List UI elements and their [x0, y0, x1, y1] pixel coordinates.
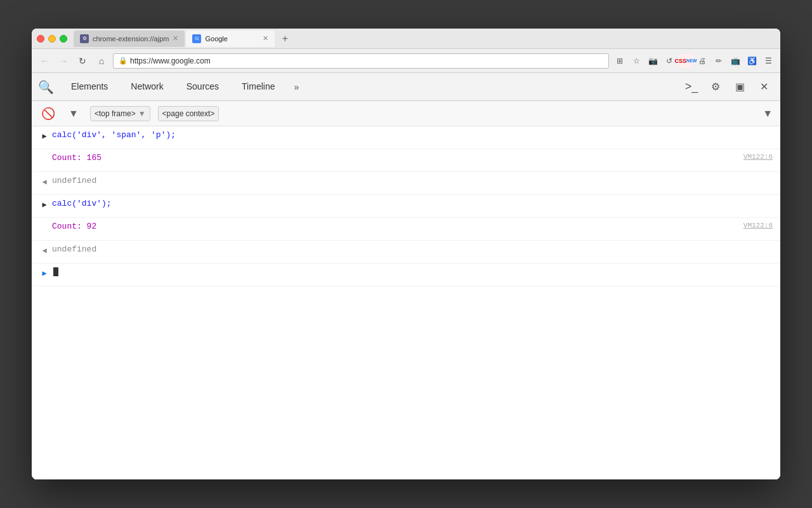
prompt-icon: ▶ — [37, 267, 52, 278]
frame-selector[interactable]: <top frame> ▼ — [90, 106, 150, 121]
code-text-4: calc('div'); — [52, 199, 112, 208]
reload-button[interactable]: ↻ — [75, 53, 90, 69]
minimize-button[interactable] — [48, 35, 56, 43]
execute-icon: >_ — [685, 80, 698, 93]
nav-icons: ⊞ ☆ 📷 ↺ CSSNEW 🖨 ✏ 📺 ♿ ☰ — [613, 54, 775, 68]
address-text: https://www.google.com — [130, 57, 211, 65]
tab-label-google: Google — [205, 35, 227, 43]
close-button[interactable] — [37, 35, 44, 43]
devtools-panel: 🔍 Elements Network Sources Timeline » >_ — [32, 73, 780, 479]
back-icon: ← — [40, 56, 49, 66]
console-input-row[interactable]: ▶ — [32, 264, 780, 286]
code-text-1: calc('div', 'span', 'p'); — [52, 130, 176, 140]
browser-tab-ext[interactable]: ⚙ chrome-extension://ajpm ✕ — [74, 30, 185, 47]
frame-selector-text: <top frame> — [95, 109, 136, 118]
output-text-5: Count: 92 — [52, 222, 96, 231]
dock-icon: ▣ — [735, 81, 745, 93]
star-icon[interactable]: ☆ — [629, 54, 643, 68]
console-code-4: calc('div'); — [52, 199, 773, 208]
nav-bar: ← → ↻ ⌂ 🔒 https://www.google.com ⊞ ☆ 📷 ↺… — [32, 49, 780, 73]
execute-button[interactable]: >_ — [680, 76, 703, 98]
address-bar[interactable]: 🔒 https://www.google.com — [113, 53, 609, 69]
context-selector-text: <page context> — [162, 109, 215, 118]
bookmarks-icon[interactable]: ⊞ — [613, 54, 627, 68]
tabs-bar: ⚙ chrome-extension://ajpm ✕ G Google ✕ + — [74, 30, 775, 47]
spacer-2 — [37, 153, 52, 154]
tab-favicon-google: G — [192, 34, 201, 43]
browser-window: ⚙ chrome-extension://ajpm ✕ G Google ✕ +… — [32, 29, 780, 479]
cast-icon[interactable]: 📺 — [728, 54, 742, 68]
edit-icon[interactable]: ✏ — [712, 54, 726, 68]
console-undefined-6: undefined — [52, 244, 773, 254]
home-button[interactable]: ⌂ — [94, 53, 109, 69]
tab-elements[interactable]: Elements — [60, 73, 119, 101]
back-button[interactable]: ← — [37, 53, 52, 69]
expand-icon-1[interactable]: ▶ — [37, 130, 52, 141]
filter-button[interactable]: ▼ — [65, 105, 82, 123]
tab-close-ext[interactable]: ✕ — [173, 34, 178, 43]
search-icon: 🔍 — [38, 79, 54, 95]
frame-dropdown-arrow: ▼ — [138, 109, 146, 118]
console-row-2: Count: 165 VM122:6 — [32, 149, 780, 172]
console-content[interactable]: ▶ calc('div', 'span', 'p'); Count: 165 V… — [32, 126, 780, 479]
close-icon: ✕ — [760, 81, 768, 93]
settings-button[interactable]: ⚙ — [704, 76, 727, 98]
result-icon-3: ◀ — [37, 176, 52, 187]
home-icon: ⌂ — [99, 56, 104, 66]
forward-icon: → — [59, 56, 68, 66]
screenshot-icon[interactable]: 📷 — [646, 54, 660, 68]
console-output-5: Count: 92 — [52, 222, 736, 231]
tab-sources-label: Sources — [187, 81, 219, 91]
devtools-tabs: 🔍 Elements Network Sources Timeline » >_ — [32, 73, 780, 101]
console-toolbar: 🚫 ▼ <top frame> ▼ <page context> ▼ — [32, 101, 780, 126]
console-code-1: calc('div', 'span', 'p'); — [52, 130, 773, 140]
lock-icon: 🔒 — [119, 57, 128, 65]
accessibility-icon[interactable]: ♿ — [745, 54, 759, 68]
spacer-5 — [37, 222, 52, 223]
console-input[interactable] — [52, 267, 773, 279]
context-selector[interactable]: <page context> — [158, 106, 219, 121]
result-icon-6: ◀ — [37, 244, 52, 255]
reload-icon: ↻ — [79, 56, 86, 66]
maximize-button[interactable] — [60, 35, 67, 43]
search-button[interactable]: 🔍 — [32, 73, 60, 101]
browser-tab-google[interactable]: G Google ✕ — [186, 30, 275, 47]
gear-icon: ⚙ — [711, 81, 720, 93]
console-output-2: Count: 165 — [52, 153, 736, 163]
tab-network[interactable]: Network — [119, 73, 174, 101]
menu-icon[interactable]: ☰ — [761, 54, 775, 68]
filter-dropdown-arrow: ▼ — [763, 108, 773, 119]
traffic-lights — [37, 35, 67, 43]
filter-icon: ▼ — [69, 108, 79, 119]
output-text-2: Count: 165 — [52, 153, 102, 163]
source-link-5[interactable]: VM122:6 — [736, 222, 773, 229]
source-link-2[interactable]: VM122:6 — [736, 153, 773, 161]
dock-button[interactable]: ▣ — [728, 76, 751, 98]
more-tabs-button[interactable]: » — [286, 73, 306, 101]
title-bar: ⚙ chrome-extension://ajpm ✕ G Google ✕ + — [32, 29, 780, 49]
console-undefined-3: undefined — [52, 176, 773, 185]
forward-button[interactable]: → — [56, 53, 71, 69]
expand-icon-4[interactable]: ▶ — [37, 199, 52, 210]
clear-icon: 🚫 — [41, 107, 55, 121]
console-row-6: ◀ undefined — [32, 241, 780, 264]
tab-network-label: Network — [131, 81, 163, 91]
console-row-1: ▶ calc('div', 'span', 'p'); — [32, 126, 780, 149]
console-row-3: ◀ undefined — [32, 172, 780, 195]
undefined-text-6: undefined — [52, 244, 96, 254]
tab-close-google[interactable]: ✕ — [263, 34, 268, 43]
tab-timeline[interactable]: Timeline — [230, 73, 286, 101]
console-row-4: ▶ calc('div'); — [32, 195, 780, 218]
tab-favicon-ext: ⚙ — [80, 34, 89, 43]
print-icon[interactable]: 🖨 — [695, 54, 709, 68]
new-tab-button[interactable]: + — [276, 32, 294, 46]
close-devtools-button[interactable]: ✕ — [752, 76, 775, 98]
undefined-text-3: undefined — [52, 176, 96, 185]
clear-console-button[interactable]: 🚫 — [39, 105, 57, 123]
more-tabs-icon: » — [294, 82, 299, 92]
tab-sources[interactable]: Sources — [175, 73, 230, 101]
devtools-actions: >_ ⚙ ▣ ✕ — [680, 76, 780, 98]
css-icon[interactable]: CSSNEW — [679, 54, 693, 68]
tab-label-ext: chrome-extension://ajpm — [93, 35, 169, 43]
filter-dropdown-right[interactable]: ▼ — [763, 108, 773, 119]
